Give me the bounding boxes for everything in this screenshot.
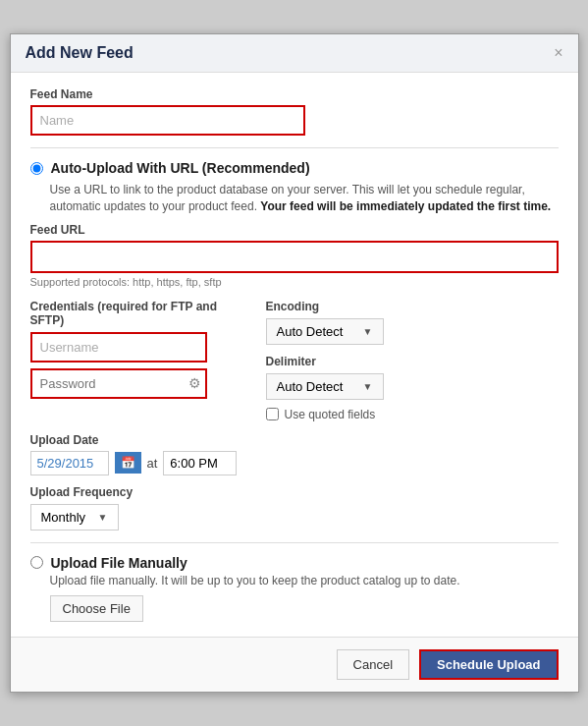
encoding-value: Auto Detect: [277, 324, 344, 339]
auto-upload-radio-row: Auto-Upload With URL (Recommended): [30, 160, 559, 176]
feed-name-group: Feed Name: [30, 87, 559, 136]
manual-radio-row: Upload File Manually: [30, 555, 559, 571]
auto-upload-radio[interactable]: [30, 162, 43, 175]
upload-frequency-section: Upload Frequency Monthly ▼: [30, 485, 559, 531]
divider-1: [30, 147, 559, 148]
upload-date-label: Upload Date: [30, 433, 559, 447]
quoted-fields-label: Use quoted fields: [285, 408, 376, 421]
credentials-col: Credentials (required for FTP and SFTP) …: [30, 300, 246, 421]
delimiter-value: Auto Detect: [277, 379, 344, 394]
delimiter-label: Delimiter: [266, 355, 559, 368]
username-input[interactable]: [30, 332, 207, 363]
delimiter-dropdown[interactable]: Auto Detect ▼: [266, 373, 384, 400]
divider-2: [30, 542, 559, 543]
time-input[interactable]: [163, 451, 237, 475]
feed-url-group: Feed URL Supported protocols: http, http…: [30, 223, 559, 288]
cancel-button[interactable]: Cancel: [337, 649, 409, 680]
schedule-upload-button[interactable]: Schedule Upload: [419, 649, 558, 680]
calendar-button[interactable]: 📅: [115, 452, 141, 474]
manual-upload-section: Upload File Manually Upload file manuall…: [30, 555, 559, 622]
feed-url-label: Feed URL: [30, 223, 559, 237]
encoding-delimiter-col: Encoding Auto Detect ▼ Delimiter Auto De…: [266, 300, 559, 421]
choose-file-button[interactable]: Choose File: [50, 595, 143, 622]
modal-header: Add New Feed ×: [11, 34, 578, 73]
auto-upload-description: Use a URL to link to the product databas…: [50, 182, 559, 215]
auto-upload-label: Auto-Upload With URL (Recommended): [51, 160, 310, 176]
upload-frequency-label: Upload Frequency: [30, 485, 559, 499]
frequency-arrow: ▼: [98, 512, 108, 523]
encoding-arrow: ▼: [363, 326, 373, 337]
feed-url-input[interactable]: [30, 241, 559, 273]
feed-name-label: Feed Name: [30, 87, 559, 101]
delimiter-arrow: ▼: [363, 381, 373, 392]
upload-date-section: Upload Date 📅 at: [30, 433, 559, 475]
at-label: at: [147, 456, 158, 471]
manual-upload-label: Upload File Manually: [51, 555, 187, 571]
frequency-value: Monthly: [41, 510, 86, 525]
upload-date-row: 📅 at: [30, 451, 559, 475]
modal-body: Feed Name Auto-Upload With URL (Recommen…: [11, 73, 578, 637]
delimiter-group: Delimiter Auto Detect ▼: [266, 355, 559, 400]
manual-upload-radio[interactable]: [30, 556, 43, 569]
use-quoted-fields-checkbox[interactable]: [266, 408, 279, 420]
supported-protocols-text: Supported protocols: http, https, ftp, s…: [30, 276, 559, 288]
password-wrapper: ⚙: [30, 368, 207, 399]
frequency-dropdown[interactable]: Monthly ▼: [30, 504, 119, 531]
credentials-encoding-row: Credentials (required for FTP and SFTP) …: [30, 300, 559, 421]
password-input[interactable]: [30, 368, 207, 399]
auto-upload-section: Auto-Upload With URL (Recommended) Use a…: [30, 160, 559, 531]
calendar-icon: 📅: [121, 456, 135, 470]
add-new-feed-modal: Add New Feed × Feed Name Auto-Upload Wit…: [10, 33, 579, 693]
encoding-dropdown[interactable]: Auto Detect ▼: [266, 318, 384, 345]
quoted-fields-row: Use quoted fields: [266, 408, 559, 421]
encoding-label: Encoding: [266, 300, 559, 313]
manual-upload-description: Upload file manually. It will be up to y…: [50, 574, 559, 587]
feed-name-input[interactable]: [30, 105, 305, 136]
date-input[interactable]: [30, 451, 109, 475]
password-icon: ⚙: [188, 375, 201, 391]
modal-title: Add New Feed: [26, 44, 134, 62]
credentials-label: Credentials (required for FTP and SFTP): [30, 300, 246, 327]
close-button[interactable]: ×: [554, 45, 562, 61]
modal-footer: Cancel Schedule Upload: [11, 637, 578, 692]
